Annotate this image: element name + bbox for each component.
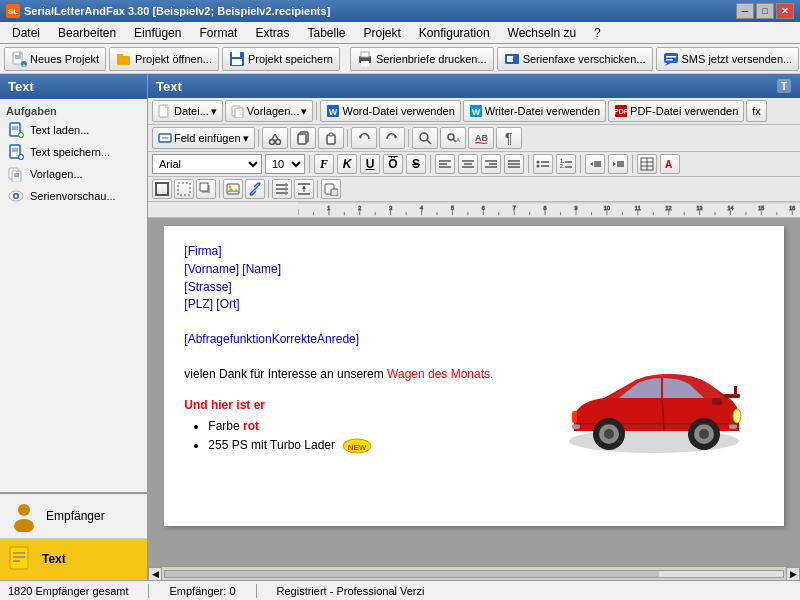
scroll-thumb[interactable] [165, 571, 659, 577]
print-label: Serienbriefe drucken... [376, 53, 487, 65]
redo-button[interactable] [379, 127, 405, 149]
word-file-button[interactable]: W Word-Datei verwenden [320, 100, 460, 122]
feld-einfuegen-button[interactable]: Feld einfügen ▾ [152, 127, 255, 149]
sms-label: SMS jetzt versenden... [682, 53, 793, 65]
menu-projekt[interactable]: Projekt [356, 24, 409, 42]
table-insert-button[interactable] [637, 154, 657, 174]
open-icon [116, 51, 132, 67]
text-speichern-item[interactable]: Text speichern... [0, 141, 147, 163]
pdf-file-button[interactable]: PDF PDF-Datei verwenden [608, 100, 744, 122]
svg-rect-114 [200, 183, 208, 191]
status-bar: 1820 Empfänger gesamt Empfänger: 0 Regis… [0, 580, 800, 600]
zoom-button[interactable] [321, 179, 341, 199]
scroll-right-button[interactable]: ▶ [786, 567, 800, 581]
svg-point-192 [699, 429, 709, 439]
lineheight-icon [275, 182, 289, 196]
shadow-button[interactable] [196, 179, 216, 199]
svg-point-189 [604, 429, 614, 439]
minimize-button[interactable]: ─ [736, 3, 754, 19]
find-icon [418, 131, 432, 145]
menu-wechseln[interactable]: Wechseln zu [500, 24, 584, 42]
datei-dropdown-button[interactable]: Datei... ▾ [152, 100, 223, 122]
bold-button[interactable]: F [314, 154, 334, 174]
spacing-button[interactable] [294, 179, 314, 199]
print-button[interactable]: Serienbriefe drucken... [350, 47, 494, 71]
document-scroll-area[interactable]: [Firma] [Vorname] [Name] [Strasse] [PLZ]… [148, 218, 800, 566]
undo-button[interactable] [351, 127, 377, 149]
fmt3-sep-1 [219, 180, 220, 198]
cut-button[interactable] [262, 127, 288, 149]
underline-button[interactable]: U [360, 154, 380, 174]
indent-button[interactable] [608, 154, 628, 174]
menu-datei[interactable]: Datei [4, 24, 48, 42]
svg-rect-66 [298, 134, 306, 144]
text-laden-item[interactable]: Text laden... [0, 119, 147, 141]
menu-einfuegen[interactable]: Einfügen [126, 24, 189, 42]
spell-button[interactable]: ABC [468, 127, 494, 149]
italic-button[interactable]: K [337, 154, 357, 174]
svg-rect-194 [572, 411, 577, 423]
copy-button[interactable] [290, 127, 316, 149]
open-project-button[interactable]: Projekt öffnen... [109, 47, 219, 71]
strikethrough-button[interactable]: S [406, 154, 426, 174]
menu-tabelle[interactable]: Tabelle [299, 24, 353, 42]
document-page[interactable]: [Firma] [Vorname] [Name] [Strasse] [PLZ]… [164, 226, 783, 526]
car-image [554, 356, 754, 466]
border-button[interactable] [174, 179, 194, 199]
replace-button[interactable]: AB [440, 127, 466, 149]
font-select[interactable]: Arial Times New Roman [152, 154, 262, 174]
menu-format[interactable]: Format [191, 24, 245, 42]
outdent-button[interactable] [585, 154, 605, 174]
align-left-button[interactable] [435, 154, 455, 174]
maximize-button[interactable]: □ [756, 3, 774, 19]
svg-marker-98 [590, 162, 593, 166]
sms-button[interactable]: SMS jetzt versenden... [656, 47, 800, 71]
frame-button[interactable] [152, 179, 172, 199]
bullet-list-button[interactable] [533, 154, 553, 174]
svg-text:11: 11 [635, 205, 641, 211]
overline-button[interactable]: Ö [383, 154, 403, 174]
align-center-button[interactable] [458, 154, 478, 174]
scroll-track[interactable] [164, 570, 784, 578]
svg-text:2.: 2. [560, 163, 565, 169]
lineheight-button[interactable] [272, 179, 292, 199]
new-project-button[interactable]: + Neues Projekt [4, 47, 106, 71]
toolbar1-sep-1 [316, 102, 317, 120]
vorlagen-dropdown-button[interactable]: Vorlagen... ▾ [225, 100, 314, 122]
svg-point-42 [14, 519, 34, 532]
svg-text:6: 6 [482, 205, 485, 211]
hyperlink-button[interactable] [245, 179, 265, 199]
numbered-list-button[interactable]: 1. 2. [556, 154, 576, 174]
scroll-left-button[interactable]: ◀ [148, 567, 162, 581]
size-select[interactable]: 10 12 14 [265, 154, 305, 174]
svg-text:SL: SL [8, 7, 18, 16]
format-toolbar-3 [148, 177, 800, 202]
fax-button[interactable]: Serienfaxe verschicken... [497, 47, 653, 71]
fx-button[interactable]: fx [746, 100, 767, 122]
svg-text:14: 14 [727, 205, 733, 211]
bullet-list-icon [536, 157, 550, 171]
color-button[interactable]: A [660, 154, 680, 174]
find-button[interactable] [412, 127, 438, 149]
vorlagen-item[interactable]: Vorlagen... [0, 163, 147, 185]
justify-icon [507, 157, 521, 171]
save-project-button[interactable]: Projekt speichern [222, 47, 340, 71]
paste-button[interactable] [318, 127, 344, 149]
horizontal-scrollbar[interactable]: ◀ ▶ [148, 566, 800, 580]
svg-rect-196 [734, 386, 737, 395]
paragraph-button[interactable]: ¶ [496, 127, 522, 149]
writer-file-button[interactable]: W Writer-Datei verwenden [463, 100, 606, 122]
menu-konfiguration[interactable]: Konfiguration [411, 24, 498, 42]
img-insert-button[interactable] [223, 179, 243, 199]
align-right-button[interactable] [481, 154, 501, 174]
close-button[interactable]: ✕ [776, 3, 794, 19]
text-nav-item[interactable]: Text [0, 539, 147, 580]
svg-point-193 [733, 409, 741, 423]
justify-button[interactable] [504, 154, 524, 174]
empfaenger-nav-item[interactable]: Empfänger [0, 494, 147, 539]
serienvorschau-item[interactable]: Serienvorschau... [0, 185, 147, 207]
menu-help[interactable]: ? [586, 24, 609, 42]
editor-header-icon: T [776, 78, 792, 94]
menu-extras[interactable]: Extras [247, 24, 297, 42]
menu-bearbeiten[interactable]: Bearbeiten [50, 24, 124, 42]
